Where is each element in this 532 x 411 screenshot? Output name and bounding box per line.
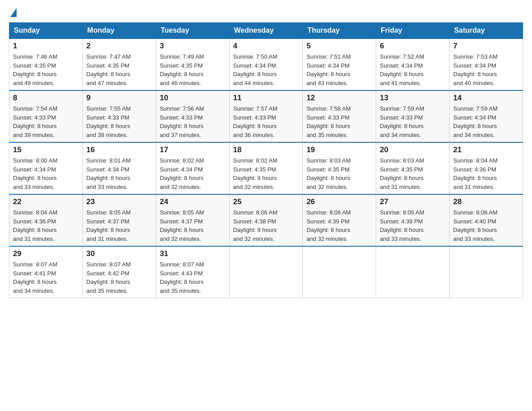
calendar-cell: 8Sunrise: 7:54 AMSunset: 4:33 PMDaylight…: [9, 90, 83, 142]
calendar-cell: 17Sunrise: 8:02 AMSunset: 4:34 PMDayligh…: [156, 142, 229, 194]
day-number: 28: [453, 197, 519, 206]
logo: [9, 9, 17, 18]
calendar-cell: 4Sunrise: 7:50 AMSunset: 4:34 PMDaylight…: [229, 39, 303, 90]
day-number: 17: [160, 146, 226, 154]
calendar-cell: 27Sunrise: 8:06 AMSunset: 4:39 PMDayligh…: [376, 194, 450, 246]
calendar-cell: [229, 246, 303, 298]
calendar-header-sunday: Sunday: [9, 23, 83, 39]
day-number: 8: [13, 94, 79, 103]
week-row-5: 29Sunrise: 8:07 AMSunset: 4:41 PMDayligh…: [9, 246, 523, 298]
day-number: 29: [13, 249, 79, 258]
day-number: 11: [233, 94, 299, 103]
day-info: Sunrise: 7:59 AMSunset: 4:33 PMDaylight:…: [380, 104, 446, 139]
day-info: Sunrise: 8:05 AMSunset: 4:37 PMDaylight:…: [86, 208, 152, 243]
week-row-3: 15Sunrise: 8:00 AMSunset: 4:34 PMDayligh…: [9, 142, 523, 194]
calendar-cell: 9Sunrise: 7:55 AMSunset: 4:33 PMDaylight…: [82, 90, 156, 142]
page-header: [9, 9, 523, 18]
day-number: 18: [233, 146, 299, 154]
day-info: Sunrise: 8:04 AMSunset: 4:36 PMDaylight:…: [13, 208, 79, 243]
day-info: Sunrise: 7:59 AMSunset: 4:34 PMDaylight:…: [453, 104, 519, 139]
day-number: 26: [306, 197, 372, 206]
calendar-cell: 3Sunrise: 7:49 AMSunset: 4:35 PMDaylight…: [156, 39, 229, 90]
day-number: 3: [160, 42, 226, 51]
day-info: Sunrise: 8:03 AMSunset: 4:35 PMDaylight:…: [380, 156, 446, 191]
day-number: 25: [233, 197, 299, 206]
week-row-2: 8Sunrise: 7:54 AMSunset: 4:33 PMDaylight…: [9, 90, 523, 142]
day-number: 23: [86, 197, 152, 206]
day-number: 30: [86, 249, 152, 258]
calendar-cell: [376, 246, 450, 298]
calendar-cell: 24Sunrise: 8:05 AMSunset: 4:37 PMDayligh…: [156, 194, 229, 246]
day-info: Sunrise: 8:06 AMSunset: 4:39 PMDaylight:…: [306, 208, 372, 243]
calendar-cell: 21Sunrise: 8:04 AMSunset: 4:36 PMDayligh…: [450, 142, 523, 194]
day-info: Sunrise: 7:57 AMSunset: 4:33 PMDaylight:…: [233, 104, 299, 139]
calendar-cell: 1Sunrise: 7:46 AMSunset: 4:35 PMDaylight…: [9, 39, 83, 90]
day-number: 22: [13, 197, 79, 206]
day-number: 7: [453, 42, 519, 51]
calendar-cell: 26Sunrise: 8:06 AMSunset: 4:39 PMDayligh…: [303, 194, 376, 246]
day-info: Sunrise: 7:55 AMSunset: 4:33 PMDaylight:…: [86, 104, 152, 139]
calendar-header-thursday: Thursday: [303, 23, 376, 39]
calendar-cell: 10Sunrise: 7:56 AMSunset: 4:33 PMDayligh…: [156, 90, 229, 142]
day-info: Sunrise: 8:01 AMSunset: 4:34 PMDaylight:…: [86, 156, 152, 191]
calendar-cell: 13Sunrise: 7:59 AMSunset: 4:33 PMDayligh…: [376, 90, 450, 142]
calendar-cell: 22Sunrise: 8:04 AMSunset: 4:36 PMDayligh…: [9, 194, 83, 246]
week-row-4: 22Sunrise: 8:04 AMSunset: 4:36 PMDayligh…: [9, 194, 523, 246]
day-info: Sunrise: 7:52 AMSunset: 4:34 PMDaylight:…: [380, 52, 446, 87]
calendar-header-friday: Friday: [376, 23, 450, 39]
calendar-cell: 12Sunrise: 7:58 AMSunset: 4:33 PMDayligh…: [303, 90, 376, 142]
calendar-cell: 11Sunrise: 7:57 AMSunset: 4:33 PMDayligh…: [229, 90, 303, 142]
day-info: Sunrise: 7:54 AMSunset: 4:33 PMDaylight:…: [13, 104, 79, 139]
day-info: Sunrise: 8:03 AMSunset: 4:35 PMDaylight:…: [306, 156, 372, 191]
day-number: 21: [453, 146, 519, 154]
day-info: Sunrise: 8:06 AMSunset: 4:39 PMDaylight:…: [380, 208, 446, 243]
calendar-cell: [450, 246, 523, 298]
day-number: 15: [13, 146, 79, 154]
week-row-1: 1Sunrise: 7:46 AMSunset: 4:35 PMDaylight…: [9, 39, 523, 90]
day-info: Sunrise: 7:50 AMSunset: 4:34 PMDaylight:…: [233, 52, 299, 87]
day-number: 27: [380, 197, 446, 206]
day-info: Sunrise: 8:04 AMSunset: 4:36 PMDaylight:…: [453, 156, 519, 191]
calendar-cell: 29Sunrise: 8:07 AMSunset: 4:41 PMDayligh…: [9, 246, 83, 298]
day-info: Sunrise: 8:07 AMSunset: 4:41 PMDaylight:…: [13, 260, 79, 295]
calendar-cell: 20Sunrise: 8:03 AMSunset: 4:35 PMDayligh…: [376, 142, 450, 194]
day-info: Sunrise: 8:06 AMSunset: 4:40 PMDaylight:…: [453, 208, 519, 243]
calendar-header-wednesday: Wednesday: [229, 23, 303, 39]
calendar-cell: 5Sunrise: 7:51 AMSunset: 4:34 PMDaylight…: [303, 39, 376, 90]
calendar-cell: 23Sunrise: 8:05 AMSunset: 4:37 PMDayligh…: [82, 194, 156, 246]
day-info: Sunrise: 7:46 AMSunset: 4:35 PMDaylight:…: [13, 52, 79, 87]
day-number: 12: [306, 94, 372, 103]
day-number: 16: [86, 146, 152, 154]
calendar-cell: 30Sunrise: 8:07 AMSunset: 4:42 PMDayligh…: [82, 246, 156, 298]
calendar-cell: 19Sunrise: 8:03 AMSunset: 4:35 PMDayligh…: [303, 142, 376, 194]
calendar-cell: 25Sunrise: 8:06 AMSunset: 4:38 PMDayligh…: [229, 194, 303, 246]
calendar-header-monday: Monday: [82, 23, 156, 39]
day-info: Sunrise: 8:06 AMSunset: 4:38 PMDaylight:…: [233, 208, 299, 243]
day-info: Sunrise: 7:53 AMSunset: 4:34 PMDaylight:…: [453, 52, 519, 87]
day-number: 24: [160, 197, 226, 206]
day-info: Sunrise: 7:47 AMSunset: 4:35 PMDaylight:…: [86, 52, 152, 87]
calendar-cell: 2Sunrise: 7:47 AMSunset: 4:35 PMDaylight…: [82, 39, 156, 90]
day-number: 14: [453, 94, 519, 103]
day-number: 5: [306, 42, 372, 51]
day-number: 1: [13, 42, 79, 51]
day-number: 9: [86, 94, 152, 103]
calendar-cell: 18Sunrise: 8:02 AMSunset: 4:35 PMDayligh…: [229, 142, 303, 194]
calendar-cell: 7Sunrise: 7:53 AMSunset: 4:34 PMDaylight…: [450, 39, 523, 90]
day-number: 2: [86, 42, 152, 51]
day-info: Sunrise: 8:05 AMSunset: 4:37 PMDaylight:…: [160, 208, 226, 243]
calendar-cell: 6Sunrise: 7:52 AMSunset: 4:34 PMDaylight…: [376, 39, 450, 90]
day-info: Sunrise: 8:02 AMSunset: 4:34 PMDaylight:…: [160, 156, 226, 191]
calendar-header-saturday: Saturday: [450, 23, 523, 39]
calendar-cell: 16Sunrise: 8:01 AMSunset: 4:34 PMDayligh…: [82, 142, 156, 194]
day-info: Sunrise: 7:51 AMSunset: 4:34 PMDaylight:…: [306, 52, 372, 87]
day-info: Sunrise: 8:07 AMSunset: 4:42 PMDaylight:…: [86, 260, 152, 295]
calendar-table: SundayMondayTuesdayWednesdayThursdayFrid…: [9, 22, 523, 298]
calendar-header-row: SundayMondayTuesdayWednesdayThursdayFrid…: [9, 23, 523, 39]
calendar-cell: 31Sunrise: 8:07 AMSunset: 4:43 PMDayligh…: [156, 246, 229, 298]
day-info: Sunrise: 8:00 AMSunset: 4:34 PMDaylight:…: [13, 156, 79, 191]
calendar-cell: 15Sunrise: 8:00 AMSunset: 4:34 PMDayligh…: [9, 142, 83, 194]
day-info: Sunrise: 7:58 AMSunset: 4:33 PMDaylight:…: [306, 104, 372, 139]
day-info: Sunrise: 7:56 AMSunset: 4:33 PMDaylight:…: [160, 104, 226, 139]
day-number: 6: [380, 42, 446, 51]
